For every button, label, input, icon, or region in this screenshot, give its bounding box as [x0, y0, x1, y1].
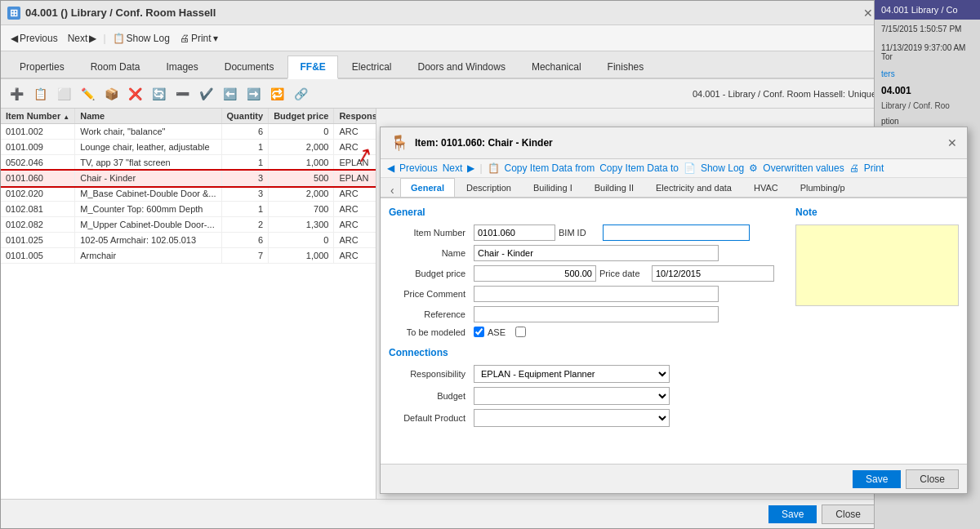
connections-title: Connections — [389, 347, 787, 358]
dialog-print-button[interactable]: Print — [864, 162, 884, 174]
sync-icon-btn[interactable]: 🔁 — [266, 83, 287, 104]
name-input[interactable] — [474, 245, 719, 261]
note-textarea[interactable] — [795, 224, 959, 306]
table-cell: ARC — [334, 202, 376, 217]
table-row[interactable]: 0101.005Armchair71,000ARC — [1, 248, 376, 264]
price-comment-input[interactable] — [474, 286, 719, 302]
main-close-button[interactable]: Close — [822, 505, 875, 524]
table-cell: 0 — [269, 233, 334, 248]
main-save-button[interactable]: Save — [768, 505, 817, 523]
icon-toolbar: ➕ 📋 ⬜ ✏️ 📦 ❌ 🔄 ➖ ✔️ ⬅️ ➡️ 🔁 🔗 04.001 - L… — [1, 79, 881, 109]
dialog-next-button[interactable]: Next — [443, 162, 463, 174]
copy-icon-btn[interactable]: 📋 — [29, 83, 51, 104]
tab-finishes[interactable]: Finishes — [595, 56, 657, 78]
col-quantity[interactable]: Quantity — [221, 109, 269, 124]
next-button[interactable]: Next ▶ — [65, 31, 100, 46]
tab-mechanical[interactable]: Mechanical — [519, 56, 594, 78]
dialog-tab-building1[interactable]: Builiding I — [523, 178, 583, 197]
item-dialog-close-button[interactable]: ✕ — [947, 136, 957, 149]
dialog-tab-description[interactable]: Description — [456, 178, 522, 197]
refresh-icon-btn[interactable]: 🔄 — [148, 83, 169, 104]
dialog-copy-from-button[interactable]: Copy Item Data from — [505, 162, 595, 174]
table-row[interactable]: 0102.082M_Upper Cabinet-Double Door-...2… — [1, 217, 376, 233]
tab-doors-windows[interactable]: Doors and Windows — [406, 56, 518, 78]
reference-input[interactable] — [474, 306, 719, 322]
tab-room-data[interactable]: Room Data — [78, 56, 153, 78]
item-number-input[interactable] — [474, 224, 555, 241]
table-cell: 0102.082 — [1, 217, 75, 233]
dialog-save-button[interactable]: Save — [853, 470, 901, 488]
table-cell: EPLAN — [334, 171, 376, 186]
col-item-number[interactable]: Item Number ▲ — [1, 109, 75, 124]
table-row[interactable]: 0101.009Lounge chair, leather, adjustabl… — [1, 140, 376, 155]
dialog-overwritten-button[interactable]: Overwritten values — [763, 162, 844, 174]
print-button[interactable]: 🖨 Print ▾ — [176, 31, 221, 46]
arrow-left-btn[interactable]: ⬅️ — [219, 83, 240, 104]
log-icon: 📋 — [113, 33, 125, 44]
table-row[interactable]: 0102.081M_Counter Top: 600mm Depth1700AR… — [1, 202, 376, 217]
col-name[interactable]: Name — [75, 109, 221, 124]
reference-label: Reference — [389, 309, 470, 319]
to-be-modeled-checkbox[interactable] — [474, 327, 484, 337]
dialog-tab-hvac[interactable]: HVAC — [743, 178, 789, 197]
dialog-show-log-button[interactable]: Show Log — [701, 162, 744, 174]
col-responsibility[interactable]: Responsibility — [334, 109, 376, 124]
table-cell: M_Base Cabinet-Double Door &... — [75, 186, 221, 202]
item-dialog-chair-icon: 🪑 — [390, 134, 408, 152]
table-row[interactable]: 0101.002Work chair, "balance"60ARC — [1, 124, 376, 140]
budget-price-input[interactable] — [474, 265, 596, 282]
note-title: Note — [795, 207, 959, 218]
dialog-tabs-scroll-left[interactable]: ‹ — [387, 184, 400, 197]
dialog-tab-plumbing[interactable]: Plumbing/p — [790, 178, 856, 197]
budget-price-label: Budget price — [389, 269, 470, 278]
link-icon-btn[interactable]: 🔗 — [290, 83, 311, 104]
table-cell: 2 — [221, 217, 269, 233]
dialog-tab-general[interactable]: General — [400, 178, 455, 198]
table-row[interactable]: 0101.025102-05 Armchair: 102.05.01360ARC — [1, 233, 376, 248]
col-budget-price[interactable]: Budget price — [269, 109, 334, 124]
bim-id-input[interactable] — [603, 224, 750, 241]
tab-ffe[interactable]: FF&E — [287, 56, 337, 79]
svg-text:⊞: ⊞ — [10, 7, 18, 19]
table-cell: 0102.020 — [1, 186, 75, 202]
tab-electrical[interactable]: Electrical — [340, 56, 404, 78]
tab-images[interactable]: Images — [154, 56, 210, 78]
tab-properties[interactable]: Properties — [7, 56, 77, 78]
window-close-button[interactable]: ✕ — [862, 7, 875, 20]
move-icon-btn[interactable]: 📦 — [100, 83, 122, 104]
budget-select[interactable] — [474, 387, 670, 405]
check-icon-btn[interactable]: ✔️ — [195, 83, 216, 104]
default-product-select[interactable] — [474, 409, 670, 427]
table-row[interactable]: 0502.046TV, app 37 "flat screen11,000EPL… — [1, 155, 376, 171]
dialog-tab-electricity[interactable]: Electricity and data — [645, 178, 742, 197]
box-icon-btn[interactable]: ⬜ — [53, 83, 74, 104]
dialog-prev-button[interactable]: Previous — [399, 162, 438, 174]
tab-documents[interactable]: Documents — [212, 56, 287, 78]
prev-button[interactable]: ◀ Previous — [7, 31, 61, 46]
item-number-label: Item Number — [389, 228, 470, 238]
minus-icon-btn[interactable]: ➖ — [172, 83, 193, 104]
ase-checkbox[interactable] — [515, 327, 526, 337]
table-cell: Chair - Kinder — [75, 171, 221, 186]
edit-icon-btn[interactable]: ✏️ — [77, 83, 98, 104]
budget-price-row: Budget price Price date — [389, 265, 787, 282]
responsibility-row: Responsibility EPLAN - Equipment Planner — [389, 365, 787, 383]
price-date-input[interactable] — [652, 265, 774, 282]
delete-icon-btn[interactable]: ❌ — [124, 83, 145, 104]
responsibility-select[interactable]: EPLAN - Equipment Planner — [474, 365, 670, 383]
table-cell: 2,000 — [269, 140, 334, 155]
dialog-next-icon: ▶ — [467, 162, 474, 174]
default-product-row: Default Product — [389, 409, 787, 427]
arrow-right-btn[interactable]: ➡️ — [243, 83, 264, 104]
add-icon-btn[interactable]: ➕ — [6, 83, 27, 104]
dialog-close-button[interactable]: Close — [906, 469, 959, 489]
main-bottom-bar: Save Close — [1, 499, 883, 528]
table-row[interactable]: 0101.060Chair - Kinder3500EPLAN — [1, 171, 376, 186]
table-row[interactable]: 0102.020M_Base Cabinet-Double Door &...3… — [1, 186, 376, 202]
dialog-copy-to-button[interactable]: Copy Item Data to — [599, 162, 679, 174]
right-panel-section[interactable]: ters — [875, 66, 980, 82]
dialog-tab-building2[interactable]: Building II — [584, 178, 644, 197]
show-log-button[interactable]: 📋 Show Log — [109, 31, 173, 46]
item-dialog-toolbar: ◀ Previous Next ▶ | 📋 Copy Item Data fro… — [381, 159, 967, 178]
table-cell: ARC — [334, 124, 376, 140]
